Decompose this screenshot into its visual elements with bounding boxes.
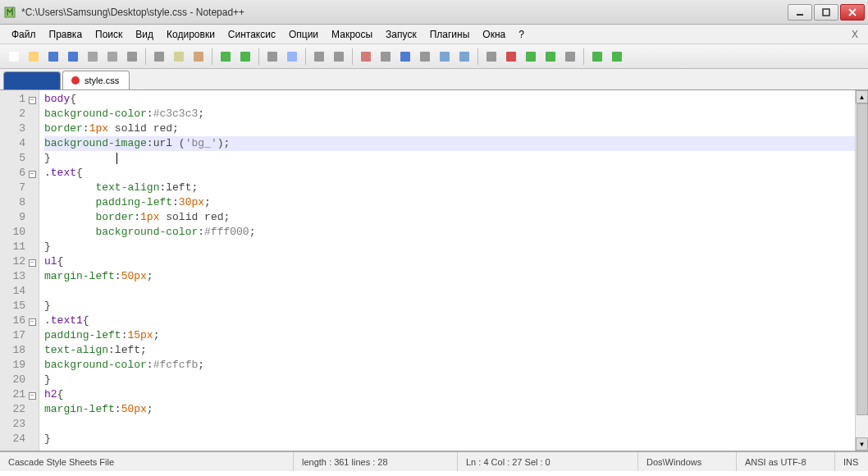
indent-button[interactable] (416, 48, 434, 66)
svg-rect-20 (381, 52, 391, 62)
menu-макросы[interactable]: Макросы (325, 27, 379, 42)
code-line[interactable]: text-align:left; (44, 181, 855, 195)
code-line[interactable]: margin-left:50px; (44, 402, 855, 417)
code-line[interactable]: border:1px solid red; (44, 121, 855, 136)
toolbar-separator (305, 48, 306, 65)
code-line[interactable]: border:1px solid red; (44, 210, 855, 225)
code-line[interactable]: text-align:left; (44, 343, 855, 358)
all-chars-button[interactable] (396, 48, 414, 66)
menu-поиск[interactable]: Поиск (89, 27, 129, 42)
unfold-button[interactable] (455, 48, 473, 66)
menu-окна[interactable]: Окна (476, 27, 512, 42)
menu-запуск[interactable]: Запуск (379, 27, 423, 42)
undo-button[interactable] (217, 48, 235, 66)
code-line[interactable] (44, 284, 855, 299)
tab-blank[interactable] (3, 71, 61, 89)
status-encoding: ANSI as UTF-8 (737, 452, 835, 471)
fold-toggle-icon[interactable]: − (29, 97, 36, 104)
menu-вид[interactable]: Вид (129, 27, 160, 42)
line-number: 23 (0, 417, 39, 432)
svg-rect-26 (506, 52, 516, 62)
code-line[interactable]: h2{ (44, 387, 855, 402)
vertical-scrollbar[interactable]: ▲ ▼ (855, 90, 868, 451)
play-multi-button[interactable] (541, 48, 560, 66)
code-line[interactable]: } (44, 151, 855, 166)
svg-rect-13 (221, 52, 231, 62)
record-button[interactable] (561, 48, 579, 66)
spell-next-button[interactable] (608, 48, 626, 66)
find-button[interactable] (263, 48, 281, 66)
code-line[interactable]: background-image:url ('bg_'); (44, 136, 855, 151)
line-number: 9 (0, 210, 39, 225)
sync-button[interactable] (357, 48, 375, 66)
code-area[interactable]: body{background-color:#c3c3c3;border:1px… (39, 90, 855, 451)
close-button[interactable] (840, 4, 865, 21)
code-line[interactable]: background-color:#fff000; (44, 225, 855, 240)
hide-button[interactable] (482, 48, 500, 66)
menu-кодировки[interactable]: Кодировки (160, 27, 222, 42)
fold-toggle-icon[interactable]: − (29, 392, 36, 400)
open-button[interactable] (25, 48, 43, 66)
menu-?[interactable]: ? (512, 27, 531, 42)
code-line[interactable]: ul{ (44, 254, 855, 269)
fold-toggle-icon[interactable]: − (29, 171, 36, 178)
code-line[interactable] (44, 417, 855, 432)
zoom-out-button[interactable] (330, 48, 348, 66)
line-number: 20 (0, 373, 39, 387)
code-line[interactable]: body{ (44, 92, 855, 107)
text-cursor (116, 153, 117, 164)
toolbar-separator (477, 48, 478, 65)
rec-button[interactable] (502, 48, 520, 66)
code-line[interactable]: padding-left:15px; (44, 328, 855, 343)
play-button[interactable] (522, 48, 540, 66)
zoom-in-button[interactable] (310, 48, 328, 66)
fold-toggle-icon[interactable]: − (29, 318, 36, 326)
line-number: 11 (0, 240, 39, 254)
close-all-button[interactable] (103, 48, 121, 66)
code-line[interactable]: .text1{ (44, 314, 855, 328)
tab-bar: style.css (0, 69, 868, 90)
menu-файл[interactable]: Файл (5, 27, 43, 42)
print-button[interactable] (123, 48, 141, 66)
code-line[interactable]: margin-left:50px; (44, 269, 855, 284)
copy-button[interactable] (170, 48, 188, 66)
spellcheck-button[interactable] (588, 48, 606, 66)
tab-style.css[interactable]: style.css (62, 71, 130, 89)
svg-rect-29 (565, 52, 575, 62)
line-number: 7 (0, 181, 39, 195)
fold-toggle-icon[interactable]: − (29, 259, 36, 267)
mdi-close-button[interactable]: X (847, 29, 863, 40)
svg-rect-5 (48, 52, 58, 62)
code-line[interactable]: } (44, 299, 855, 314)
toolbar (0, 44, 868, 69)
wrap-button[interactable] (377, 48, 395, 66)
svg-rect-18 (334, 52, 344, 62)
cut-button[interactable] (150, 48, 168, 66)
code-line[interactable]: } (44, 373, 855, 387)
fold-button[interactable] (436, 48, 454, 66)
maximize-button[interactable] (814, 4, 838, 21)
close-button[interactable] (84, 48, 102, 66)
redo-button[interactable] (236, 48, 254, 66)
scroll-down-button[interactable]: ▼ (856, 437, 868, 451)
code-line[interactable]: background-color:#c3c3c3; (44, 107, 855, 121)
save-button[interactable] (44, 48, 62, 66)
scroll-up-button[interactable]: ▲ (856, 90, 868, 103)
paste-button[interactable] (190, 48, 208, 66)
minimize-button[interactable] (788, 4, 812, 21)
menu-синтаксис[interactable]: Синтаксис (222, 27, 282, 42)
new-button[interactable] (5, 48, 23, 66)
code-line[interactable]: background-color:#fcfcfb; (44, 358, 855, 373)
menu-правка[interactable]: Правка (43, 27, 89, 42)
code-line[interactable]: } (44, 240, 855, 254)
svg-rect-31 (612, 52, 622, 62)
code-line[interactable]: .text{ (44, 166, 855, 181)
scrollbar-thumb[interactable] (857, 103, 868, 415)
line-number: 24 (0, 432, 39, 446)
replace-button[interactable] (283, 48, 301, 66)
save-all-button[interactable] (64, 48, 82, 66)
code-line[interactable]: } (44, 432, 855, 446)
code-line[interactable]: padding-left:30px; (44, 195, 855, 210)
menu-плагины[interactable]: Плагины (423, 27, 477, 42)
menu-опции[interactable]: Опции (282, 27, 325, 42)
